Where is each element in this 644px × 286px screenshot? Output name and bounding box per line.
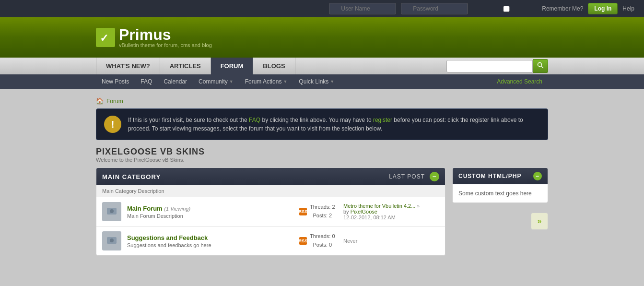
svg-point-5 [110,209,114,213]
last-post-arrow-icon: » [417,203,420,209]
forum-desc: Suggestions and feedbacks go here [127,242,293,248]
sub-nav-calendar[interactable]: Calendar [158,74,193,89]
remember-me-wrap: Remember Me? [473,5,583,12]
forum-avatar [102,202,121,221]
forum-desc: Main Forum Description [127,213,293,219]
sidebar-title: CUSTOM HTML/PHP [458,173,521,179]
forum-actions-label: Forum Actions [245,78,282,85]
last-post-date: 12-02-2012, 08:12 AM [343,214,396,220]
community-arrow-icon: ▼ [229,79,234,84]
rss-icon[interactable]: RSS [299,237,307,245]
posts-count: 0 [329,242,332,248]
posts-count: 2 [329,213,332,218]
threads-count: 0 [332,233,335,239]
advanced-search-link[interactable]: Advanced Search [491,74,548,89]
password-input-wrap: 🔒 [401,3,468,14]
home-icon: 🏠 [96,97,104,105]
forum-actions-arrow-icon: ▼ [283,79,287,84]
last-post-header-label: LAST POST [389,173,425,180]
forum-stats: RSS Threads: 2 Posts: 2 [299,203,338,220]
forum-avatar [102,231,121,250]
main-forum-link[interactable]: Main Forum [127,205,163,212]
stats-text: Threads: 0 Posts: 0 [310,232,335,249]
svg-line-3 [541,66,543,68]
warning-icon: ! [104,116,121,133]
notice-faq-link[interactable]: FAQ [249,117,260,123]
login-button[interactable]: Log in [588,3,618,14]
site-header: ✓ Primus vBulletin theme for forum, cms … [0,17,644,58]
sub-nav-quick-links[interactable]: Quick Links ▼ [293,74,340,89]
sidebar-header: CUSTOM HTML/PHP − [453,168,548,184]
suggestions-forum-link[interactable]: Suggestions and Feedback [127,234,208,241]
last-post-by-label: by [343,209,349,214]
sidebar-content: Some custom text goes here [453,184,548,203]
category-description: Main Category Description [96,185,445,197]
sidebar-box: CUSTOM HTML/PHP − Some custom text goes … [452,167,548,203]
breadcrumb-forum-link[interactable]: Forum [106,98,123,105]
site-tagline: vBulletin theme for forum, cms and blog [119,42,212,48]
forum-info: Main Forum (1 Viewing) Main Forum Descri… [127,205,293,219]
double-arrow-button[interactable]: » [531,213,548,230]
quick-links-label: Quick Links [299,78,328,85]
sub-nav-forum-actions[interactable]: Forum Actions ▼ [239,74,293,89]
tab-forum[interactable]: FORUM [211,58,254,74]
sub-nav: New Posts FAQ Calendar Community ▼ Forum… [0,74,644,89]
posts-label: Posts: [313,242,328,248]
category-header: MAIN CATEGORY LAST POST − [96,168,445,185]
collapse-category-button[interactable]: − [430,172,439,181]
logo-text: Primus vBulletin theme for forum, cms an… [119,27,212,48]
forum-viewing: (1 Viewing) [164,206,190,212]
svg-point-7 [110,238,114,242]
quick-links-arrow-icon: ▼ [330,79,334,84]
logo-area: ✓ Primus vBulletin theme for forum, cms … [96,27,212,48]
last-post-never: Never [343,238,439,244]
sub-nav-community-label: Community [199,78,228,85]
sub-nav-faq[interactable]: FAQ [135,74,158,89]
rss-icon[interactable]: RSS [299,208,307,215]
posts-label: Posts: [313,213,328,218]
username-input-wrap: 👤 [329,3,396,14]
notice-banner: ! If this is your first visit, be sure t… [96,108,548,140]
content-wrap: 🏠 Forum ! If this is your first visit, b… [0,89,644,265]
password-input[interactable] [401,3,468,14]
help-link[interactable]: Help [622,5,634,12]
collapse-sidebar-button[interactable]: − [533,172,542,180]
tab-articles[interactable]: ARTICLES [160,58,211,74]
last-post-info: Metro theme for Vbulletin 4.2... » by Pi… [343,203,439,220]
notice-msg-start: If this is your first visit, be sure to … [128,117,249,123]
sub-nav-new-posts[interactable]: New Posts [96,74,135,89]
sub-nav-community[interactable]: Community ▼ [193,74,239,89]
threads-label: Threads: [310,204,330,210]
notice-msg-mid: by clicking the link above. You may have… [260,117,373,123]
svg-point-2 [538,63,542,67]
threads-label: Threads: [310,233,330,239]
threads-count: 2 [332,204,335,210]
site-name: Primus [119,27,212,42]
notice-register-link[interactable]: register [373,117,392,123]
remember-me-checkbox[interactable] [473,6,540,12]
logo-icon: ✓ [96,28,115,47]
forum-section-subtitle: Welcome to the PixelGoose vB Skins. [96,157,548,163]
forum-row: Suggestions and Feedback Suggestions and… [96,226,445,255]
forum-section-title: PIXELGOOSE VB SKINS [96,147,548,157]
username-input[interactable] [329,3,396,14]
sidebar: CUSTOM HTML/PHP − Some custom text goes … [452,167,548,261]
stats-text: Threads: 2 Posts: 2 [310,203,335,220]
breadcrumb: 🏠 Forum [96,94,548,108]
forum-title-area: PIXELGOOSE VB SKINS Welcome to the Pixel… [96,147,548,163]
tab-whats-new[interactable]: WHAT'S NEW? [96,58,160,74]
last-post-author-link[interactable]: PixelGoose [351,209,377,214]
top-bar: 👤 🔒 Remember Me? Log in Help [0,0,644,17]
forum-info: Suggestions and Feedback Suggestions and… [127,234,293,248]
main-content: MAIN CATEGORY LAST POST − Main Category … [96,167,445,261]
search-input[interactable] [446,60,533,72]
last-post-title-link[interactable]: Metro theme for Vbulletin 4.2... [343,203,415,209]
search-area [446,59,548,73]
tab-blogs[interactable]: BLOGS [253,58,295,74]
remember-me-label: Remember Me? [542,5,583,12]
notice-text: If this is your first visit, be sure to … [128,116,540,133]
category-title: MAIN CATEGORY [102,173,161,180]
forum-stats: RSS Threads: 0 Posts: 0 [299,232,338,249]
search-button[interactable] [533,59,548,73]
main-layout: MAIN CATEGORY LAST POST − Main Category … [96,167,548,261]
